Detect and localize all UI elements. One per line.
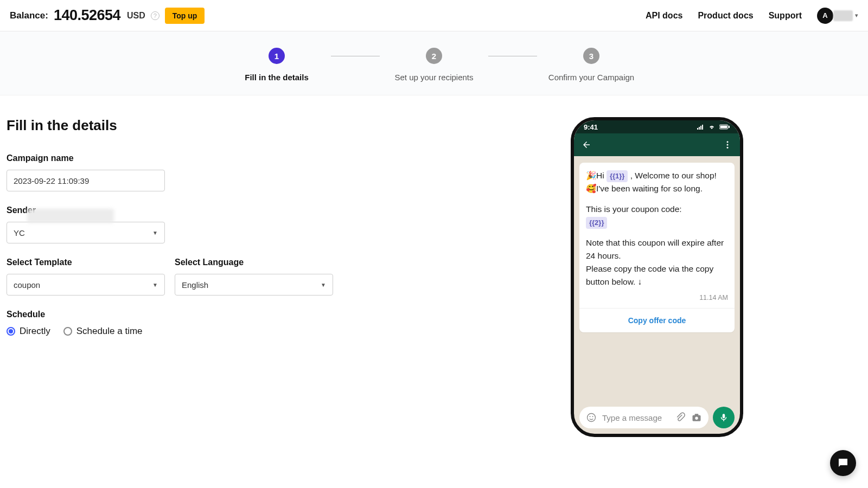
template-label: Select Template bbox=[7, 258, 165, 267]
step-1-number: 1 bbox=[269, 48, 285, 64]
step-connector bbox=[488, 56, 537, 56]
help-icon[interactable]: ? bbox=[151, 11, 159, 20]
svg-point-12 bbox=[592, 416, 593, 417]
stepper-strip: 1 Fill in the details 2 Set up your reci… bbox=[0, 31, 868, 95]
radio-icon bbox=[63, 327, 72, 336]
nav-support[interactable]: Support bbox=[769, 11, 802, 21]
schedule-label: Schedule bbox=[7, 310, 549, 319]
chat-icon bbox=[837, 457, 850, 470]
step-connector bbox=[331, 56, 380, 56]
language-select[interactable]: English ▼ bbox=[175, 274, 333, 296]
svg-rect-0 bbox=[697, 128, 698, 130]
svg-rect-2 bbox=[700, 126, 701, 130]
schedule-directly-radio[interactable]: Directly bbox=[7, 326, 50, 337]
svg-rect-15 bbox=[695, 414, 699, 415]
step-1[interactable]: 1 Fill in the details bbox=[222, 48, 331, 82]
battery-icon bbox=[719, 124, 730, 130]
more-icon[interactable] bbox=[723, 140, 732, 150]
campaign-name-label: Campaign name bbox=[7, 153, 549, 163]
nav-product-docs[interactable]: Product docs bbox=[698, 11, 753, 21]
campaign-name-input[interactable] bbox=[7, 170, 165, 191]
chat-header bbox=[574, 133, 740, 156]
spacer bbox=[586, 229, 728, 236]
svg-point-11 bbox=[590, 416, 591, 417]
msg-line-1: 🎉Hi {{1}} , Welcome to our shop! bbox=[586, 169, 728, 182]
chat-input-bar: Type a message bbox=[579, 407, 735, 428]
template-language-row: Select Template coupon ▼ Select Language… bbox=[7, 258, 549, 310]
avatar-name-redacted bbox=[833, 10, 853, 21]
message-time: 11.14 AM bbox=[586, 293, 728, 303]
step-3[interactable]: 3 Confirm your Campaign bbox=[537, 48, 646, 82]
svg-point-10 bbox=[588, 414, 596, 422]
campaign-name-row: Campaign name bbox=[7, 153, 549, 191]
avatar: A bbox=[817, 8, 833, 24]
emoji-icon bbox=[586, 412, 597, 423]
msg-line-5: Please copy the code via the copy button… bbox=[586, 262, 728, 288]
svg-rect-6 bbox=[729, 126, 730, 128]
back-arrow-icon[interactable] bbox=[582, 140, 591, 150]
header-nav: API docs Product docs Support A ▾ bbox=[646, 8, 858, 24]
msg-line-4: Note that this coupon will expire after … bbox=[586, 236, 728, 262]
preview-column: 9:41 🎉Hi {{1}} , Welcome to our shop! bbox=[571, 117, 777, 437]
template-select[interactable]: coupon ▼ bbox=[7, 274, 165, 296]
app-header: Balance: 140.52654 USD ? Top up API docs… bbox=[0, 0, 868, 31]
sender-select[interactable]: YC ▼ bbox=[7, 222, 165, 243]
status-time: 9:41 bbox=[584, 123, 598, 131]
topup-button[interactable]: Top up bbox=[165, 8, 205, 24]
mic-icon bbox=[719, 413, 729, 422]
camera-icon[interactable] bbox=[691, 412, 702, 423]
chat-launcher-button[interactable] bbox=[830, 450, 856, 476]
signal-icon bbox=[697, 124, 705, 130]
chevron-down-icon: ▼ bbox=[152, 282, 158, 288]
svg-point-9 bbox=[727, 147, 729, 149]
schedule-time-label: Schedule a time bbox=[76, 326, 143, 337]
svg-point-8 bbox=[727, 144, 729, 146]
wifi-icon bbox=[708, 124, 716, 130]
phone-preview: 9:41 🎉Hi {{1}} , Welcome to our shop! bbox=[571, 117, 743, 437]
step-2[interactable]: 2 Set up your recipients bbox=[380, 48, 488, 82]
chat-input[interactable]: Type a message bbox=[579, 407, 709, 428]
nav-api-docs[interactable]: API docs bbox=[646, 11, 682, 21]
status-icons bbox=[695, 123, 730, 131]
schedule-time-radio[interactable]: Schedule a time bbox=[63, 326, 143, 337]
step-1-label: Fill in the details bbox=[245, 73, 309, 82]
stepper: 1 Fill in the details 2 Set up your reci… bbox=[0, 48, 868, 82]
msg-text: , Welcome to our shop! bbox=[630, 171, 717, 180]
bubble-footer: Copy offer code bbox=[579, 308, 735, 332]
chevron-down-icon: ▾ bbox=[855, 12, 858, 19]
svg-rect-5 bbox=[720, 125, 727, 128]
chat-input-placeholder: Type a message bbox=[602, 413, 662, 422]
message-bubble: 🎉Hi {{1}} , Welcome to our shop! 🥰I've b… bbox=[579, 163, 735, 332]
template-group: Select Template coupon ▼ bbox=[7, 258, 165, 296]
svg-point-14 bbox=[695, 417, 698, 420]
radio-icon bbox=[7, 327, 15, 336]
main-content: Fill in the details Campaign name Sender… bbox=[0, 95, 868, 437]
balance-currency: USD bbox=[127, 11, 145, 21]
step-3-label: Confirm your Campaign bbox=[548, 73, 634, 82]
chevron-down-icon: ▼ bbox=[152, 230, 158, 236]
copy-offer-button[interactable]: Copy offer code bbox=[628, 316, 686, 325]
template-value: coupon bbox=[14, 280, 40, 290]
placeholder-2: {{2}} bbox=[586, 217, 607, 229]
user-menu[interactable]: A ▾ bbox=[817, 8, 858, 24]
balance-section: Balance: 140.52654 USD ? Top up bbox=[10, 7, 205, 24]
language-value: English bbox=[182, 280, 208, 290]
sender-value: YC bbox=[14, 228, 25, 237]
spacer bbox=[586, 195, 728, 203]
svg-rect-1 bbox=[699, 127, 700, 130]
step-3-number: 3 bbox=[583, 48, 599, 64]
msg-placeholder-2-row: {{2}} bbox=[586, 216, 728, 229]
msg-text: 🎉Hi bbox=[586, 171, 607, 180]
svg-point-7 bbox=[727, 141, 729, 143]
schedule-row: Schedule Directly Schedule a time bbox=[7, 310, 549, 337]
language-group: Select Language English ▼ bbox=[175, 258, 333, 296]
step-2-number: 2 bbox=[426, 48, 442, 64]
step-2-label: Set up your recipients bbox=[394, 73, 473, 82]
mic-button[interactable] bbox=[713, 407, 735, 428]
attachment-icon[interactable] bbox=[675, 412, 686, 423]
placeholder-1: {{1}} bbox=[607, 170, 628, 182]
sender-row: Sender YC ▼ bbox=[7, 206, 549, 243]
sender-value-redacted bbox=[27, 209, 114, 223]
schedule-directly-label: Directly bbox=[20, 326, 50, 337]
form-column: Fill in the details Campaign name Sender… bbox=[7, 117, 549, 437]
